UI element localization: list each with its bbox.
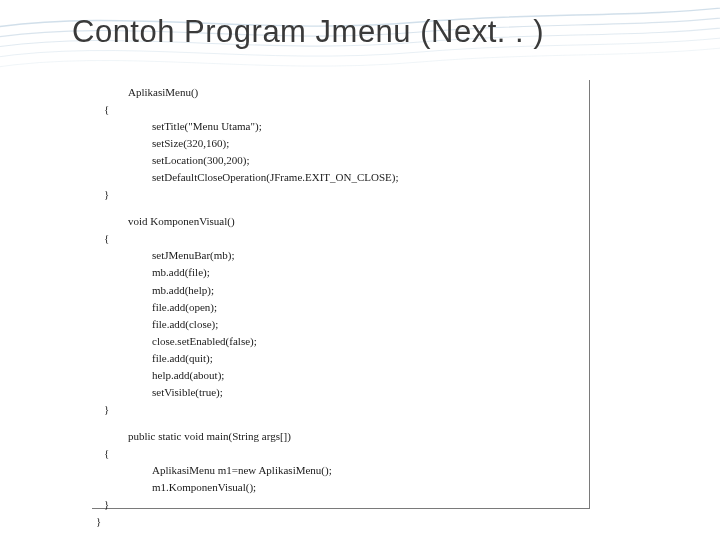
slide-title: Contoh Program Jmenu (Next. . ) — [72, 14, 544, 50]
code-line: setDefaultCloseOperation(JFrame.EXIT_ON_… — [104, 169, 577, 186]
blank-line — [104, 203, 577, 213]
code-line: { — [104, 445, 577, 462]
code-block: AplikasiMenu() { setTitle("Menu Utama");… — [92, 80, 589, 536]
code-line: } — [104, 186, 577, 203]
code-line: void KomponenVisual() — [104, 213, 577, 230]
code-line: AplikasiMenu() — [104, 84, 577, 101]
code-line: close.setEnabled(false); — [104, 333, 577, 350]
code-line: setLocation(300,200); — [104, 152, 577, 169]
code-line: public static void main(String args[]) — [104, 428, 577, 445]
code-line: file.add(quit); — [104, 350, 577, 367]
code-line: setSize(320,160); — [104, 135, 577, 152]
code-line: } — [104, 401, 577, 418]
code-line: setTitle("Menu Utama"); — [104, 118, 577, 135]
code-line: mb.add(file); — [104, 264, 577, 281]
code-line: help.add(about); — [104, 367, 577, 384]
code-line: AplikasiMenu m1=new AplikasiMenu(); — [104, 462, 577, 479]
code-line: { — [104, 230, 577, 247]
code-line: setJMenuBar(mb); — [104, 247, 577, 264]
code-line: m1.KomponenVisual(); — [104, 479, 577, 496]
code-line: setVisible(true); — [104, 384, 577, 401]
blank-line — [104, 418, 577, 428]
code-line: mb.add(help); — [104, 282, 577, 299]
code-line: { — [104, 101, 577, 118]
code-container: AplikasiMenu() { setTitle("Menu Utama");… — [92, 80, 590, 509]
code-line: file.add(open); — [104, 299, 577, 316]
code-line: } — [96, 513, 577, 530]
code-line: file.add(close); — [104, 316, 577, 333]
code-line: } — [104, 496, 577, 513]
